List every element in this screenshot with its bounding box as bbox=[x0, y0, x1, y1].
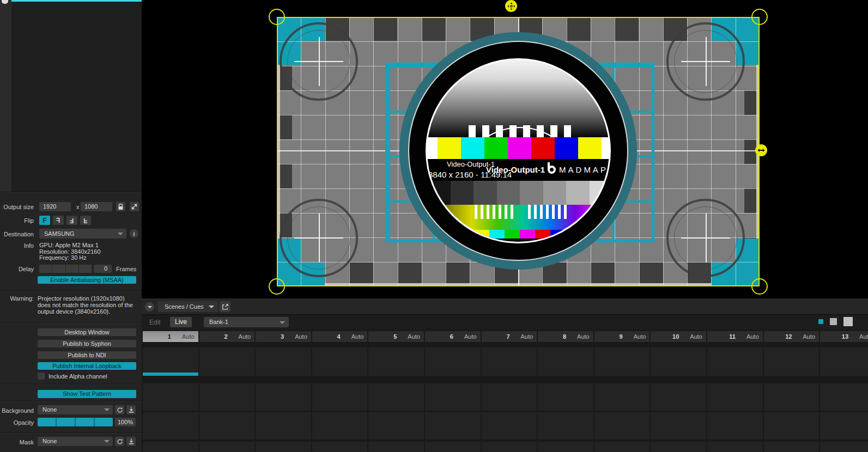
scene-cell-r3-c4[interactable] bbox=[312, 412, 368, 439]
scene-cell-r3-c6[interactable] bbox=[425, 412, 481, 439]
scene-column-header-12[interactable]: 12Auto bbox=[764, 331, 820, 342]
publish-to-syphon-button[interactable]: Publish to Syphon bbox=[38, 340, 136, 347]
scene-cell-r3-c11[interactable] bbox=[707, 412, 763, 439]
scene-cell-r3-c9[interactable] bbox=[594, 412, 650, 439]
scene-column-header-4[interactable]: 4Auto bbox=[312, 331, 368, 342]
scene-cell-r1-c6[interactable] bbox=[425, 347, 481, 376]
scene-cell-r1-c1[interactable] bbox=[143, 347, 198, 376]
scene-cell-r3-c13[interactable] bbox=[820, 412, 868, 439]
scene-cell-r1-c4[interactable] bbox=[312, 347, 368, 376]
scene-cell-r1-c5[interactable] bbox=[368, 347, 424, 376]
scene-cell-r2-c3[interactable] bbox=[256, 383, 311, 411]
background-select[interactable]: None bbox=[38, 405, 113, 414]
destination-info-button[interactable]: i bbox=[130, 229, 138, 238]
scene-cell-r1-c10[interactable] bbox=[651, 347, 706, 376]
delay-value-field[interactable]: 0 bbox=[94, 265, 112, 273]
mask-import-button[interactable] bbox=[126, 437, 136, 446]
scene-column-header-11[interactable]: 11Auto bbox=[707, 331, 763, 342]
scene-cell-r2-c10[interactable] bbox=[651, 383, 706, 411]
scene-column-header-7[interactable]: 7Auto bbox=[482, 331, 537, 342]
scene-cell-r4-c11[interactable] bbox=[707, 442, 763, 452]
scene-cell-r4-c10[interactable] bbox=[651, 442, 706, 452]
scene-cell-r1-c12[interactable] bbox=[764, 347, 820, 376]
scene-column-header-2[interactable]: 2Auto bbox=[199, 331, 255, 342]
desktop-window-button[interactable]: Desktop Window bbox=[38, 328, 136, 336]
scene-cell-r3-c1[interactable] bbox=[143, 412, 198, 439]
scene-column-header-6[interactable]: 6Auto bbox=[425, 331, 481, 342]
mask-select[interactable]: None bbox=[38, 437, 113, 446]
scene-cell-r3-c7[interactable] bbox=[482, 412, 537, 439]
flip-vertical-button[interactable]: F bbox=[80, 216, 91, 225]
scene-cell-r4-c6[interactable] bbox=[425, 442, 481, 452]
publish-internal-loopback-button[interactable]: Publish Internal Loopback bbox=[38, 362, 136, 370]
publish-to-ndi-button[interactable]: Publish to NDI bbox=[38, 351, 136, 359]
scene-cell-r2-c5[interactable] bbox=[368, 383, 424, 411]
scene-cell-r1-c7[interactable] bbox=[482, 347, 537, 376]
panel-view-select[interactable]: Scenes / Cues bbox=[158, 301, 218, 312]
scene-cell-r4-c2[interactable] bbox=[199, 442, 255, 452]
popout-panel-button[interactable] bbox=[220, 301, 230, 312]
include-alpha-checkbox[interactable] bbox=[38, 372, 45, 380]
scene-cell-r1-c13[interactable] bbox=[820, 347, 868, 376]
quad-move-handle[interactable] bbox=[505, 0, 517, 12]
scene-cell-r4-c12[interactable] bbox=[764, 442, 820, 452]
scene-cell-r1-c11[interactable] bbox=[707, 347, 763, 376]
show-test-pattern-button[interactable]: Show Test Pattern bbox=[38, 390, 136, 398]
scene-column-header-8[interactable]: 8Auto bbox=[538, 331, 593, 342]
output-preview-canvas[interactable]: Video-Output-1 3840 x 2160 - 11:49:14 Vi… bbox=[142, 0, 868, 298]
scene-cell-r2-c2[interactable] bbox=[199, 383, 255, 411]
scene-column-header-1[interactable]: 1Auto bbox=[143, 331, 198, 342]
flip-horizontal-button[interactable]: F bbox=[53, 216, 64, 225]
scene-cell-r3-c10[interactable] bbox=[651, 412, 706, 439]
scene-column-header-3[interactable]: 3Auto bbox=[256, 331, 311, 342]
scene-cell-r1-c2[interactable] bbox=[199, 347, 255, 376]
scene-column-header-10[interactable]: 10Auto bbox=[651, 331, 706, 342]
live-mode-button[interactable]: Live bbox=[170, 317, 192, 327]
scene-cell-r4-c8[interactable] bbox=[538, 442, 593, 452]
scene-cell-r3-c3[interactable] bbox=[256, 412, 311, 439]
output-height-field[interactable]: 1080 bbox=[81, 202, 112, 211]
opacity-value-field[interactable]: 100% bbox=[115, 418, 136, 426]
scene-cell-r4-c3[interactable] bbox=[256, 442, 311, 452]
quad-corner-handle-tr[interactable] bbox=[751, 9, 768, 25]
scene-cell-r4-c7[interactable] bbox=[482, 442, 537, 452]
scene-cell-r2-c4[interactable] bbox=[312, 383, 368, 411]
scene-cell-r4-c13[interactable] bbox=[820, 442, 868, 452]
destination-select[interactable]: SAMSUNG bbox=[39, 229, 126, 239]
quad-corner-handle-tl[interactable] bbox=[269, 9, 285, 25]
scene-cell-r3-c5[interactable] bbox=[368, 412, 424, 439]
scene-cell-r2-c11[interactable] bbox=[707, 383, 763, 411]
scene-cell-r3-c2[interactable] bbox=[199, 412, 255, 439]
cell-size-medium-button[interactable] bbox=[830, 318, 837, 325]
scene-cell-r4-c4[interactable] bbox=[312, 442, 368, 452]
scene-cell-r3-c12[interactable] bbox=[764, 412, 820, 439]
scene-cell-r4-c5[interactable] bbox=[368, 442, 424, 452]
scene-cell-r2-c8[interactable] bbox=[538, 383, 593, 411]
collapse-panel-button[interactable] bbox=[145, 302, 154, 311]
scene-column-header-13[interactable]: 13Auto bbox=[820, 331, 868, 342]
enable-antialiasing-button[interactable]: Enable Antialiasing (MSAA) bbox=[38, 276, 136, 284]
background-refresh-button[interactable] bbox=[115, 405, 124, 414]
scene-cell-r1-c9[interactable] bbox=[594, 347, 650, 376]
scene-cell-r2-c7[interactable] bbox=[482, 383, 537, 411]
scene-cell-r2-c12[interactable] bbox=[764, 383, 820, 411]
background-import-button[interactable] bbox=[126, 405, 136, 414]
test-pattern-quad[interactable]: Video-Output-1 3840 x 2160 - 11:49:14 Vi… bbox=[277, 17, 760, 286]
scene-cell-r3-c8[interactable] bbox=[538, 412, 593, 439]
resize-to-output-button[interactable] bbox=[130, 202, 139, 211]
flip-none-button[interactable]: F bbox=[39, 216, 50, 225]
cell-size-small-button[interactable] bbox=[818, 319, 823, 324]
scene-cell-r2-c1[interactable] bbox=[143, 383, 198, 411]
delay-slider[interactable] bbox=[39, 265, 93, 273]
scene-cell-r2-c13[interactable] bbox=[820, 383, 868, 411]
scene-cell-r4-c1[interactable] bbox=[143, 442, 198, 452]
mask-refresh-button[interactable] bbox=[115, 437, 124, 446]
bank-select[interactable]: Bank-1 bbox=[204, 317, 289, 327]
scene-column-header-9[interactable]: 9Auto bbox=[594, 331, 650, 342]
opacity-slider[interactable] bbox=[38, 418, 113, 426]
quad-corner-handle-bl[interactable] bbox=[269, 278, 285, 295]
scene-cell-r1-c3[interactable] bbox=[256, 347, 311, 376]
lock-aspect-button[interactable] bbox=[116, 202, 125, 211]
scene-column-header-5[interactable]: 5Auto bbox=[368, 331, 424, 342]
scene-cell-r2-c6[interactable] bbox=[425, 383, 481, 411]
